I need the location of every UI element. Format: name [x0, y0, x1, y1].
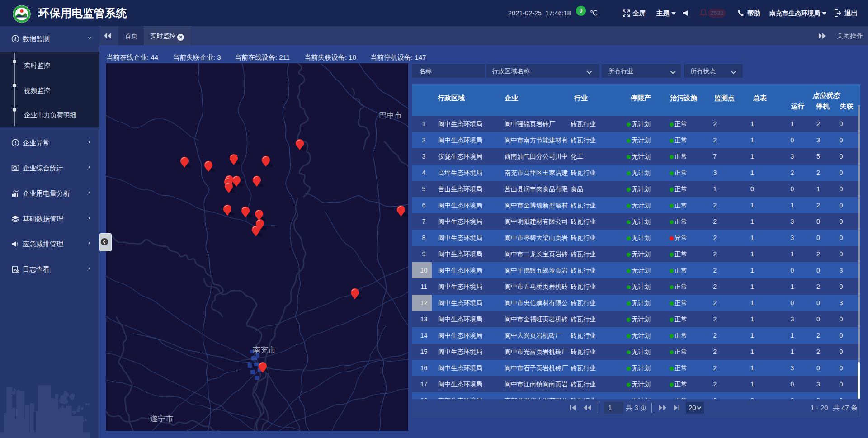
svg-text:南充市: 南充市 [253, 346, 276, 354]
svg-text:巴中市: 巴中市 [379, 111, 402, 120]
svg-text:遂宁市: 遂宁市 [150, 414, 173, 423]
